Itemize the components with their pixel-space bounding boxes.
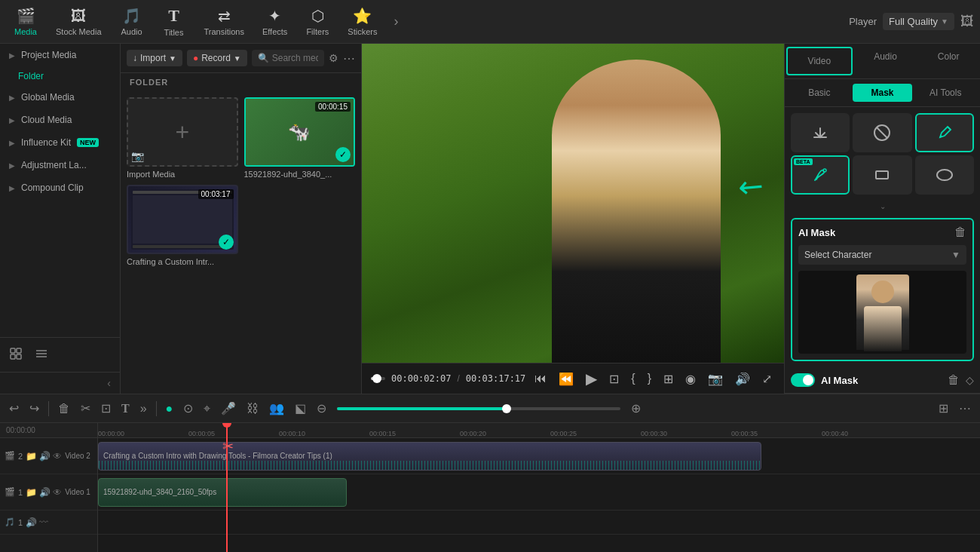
mic-btn[interactable]: 🎤 (218, 400, 239, 417)
speed-btn[interactable]: ⊖ (314, 400, 329, 417)
track-type-icon-2: 🎬 (5, 451, 15, 461)
text-btn[interactable]: T (118, 400, 133, 417)
redo-btn[interactable]: ↪ (26, 400, 42, 417)
audio-ctrl-btn[interactable]: 🔊 (732, 370, 753, 388)
sidebar-folder[interactable]: Folder (0, 66, 120, 86)
media-clip-2[interactable]: 00:03:17 ✓ Crafting a Custom Intr... (127, 185, 238, 266)
progress-bar[interactable] (371, 377, 385, 380)
toolbar-more[interactable]: › (387, 14, 404, 29)
tab-video[interactable]: Video (786, 47, 853, 75)
delete-ai-mask-btn[interactable]: 🗑 (954, 225, 966, 239)
sidebar-collapse-btn[interactable]: ‹ (101, 374, 117, 392)
more-icon[interactable]: ⋯ (343, 51, 355, 66)
track-folder-icon[interactable]: 📁 (26, 451, 37, 462)
zoom-in-btn[interactable]: ⊕ (628, 400, 644, 417)
prev-frame-btn[interactable]: ⏮ (531, 370, 550, 387)
search-box[interactable]: 🔍 (252, 50, 324, 66)
pip-btn[interactable]: ⬕ (292, 400, 309, 417)
track-audio-wave-icon[interactable]: 〰 (39, 517, 48, 528)
tab-color[interactable]: Color (917, 44, 980, 78)
play-btn[interactable]: ▶ (583, 368, 600, 389)
toolbar-stickers[interactable]: ⭐ Stickers (340, 4, 384, 39)
import-button[interactable]: ↓ Import ▼ (127, 50, 182, 66)
timeline-tracks[interactable]: 00:00:00 00:00:05 00:00:10 00:00:15 00:0… (98, 423, 980, 552)
track-audio-icon[interactable]: 🔊 (39, 451, 51, 462)
clip1-thumb[interactable]: 00:00:15 🐄 ✓ (244, 97, 356, 167)
step-back-btn[interactable]: ⏪ (556, 370, 577, 388)
toolbar-audio[interactable]: 🎵 Audio (112, 4, 152, 39)
sidebar-item-adjustment[interactable]: ▶ Adjustment La... (0, 154, 120, 176)
toolbar-titles[interactable]: T Titles (155, 3, 194, 40)
subtab-basic[interactable]: Basic (789, 84, 850, 102)
delete-btn[interactable]: 🗑 (55, 400, 73, 417)
toolbar-effects[interactable]: ✦ Effects (255, 4, 295, 39)
collab-btn[interactable]: 👥 (266, 400, 287, 417)
camera-ctrl-btn[interactable]: 📷 (705, 370, 726, 388)
fit-view-btn[interactable]: ⊡ (606, 370, 622, 388)
sidebar-add-btn[interactable] (5, 342, 27, 367)
mask-icon-linear[interactable] (791, 113, 850, 152)
toolbar-filters[interactable]: ⬡ Filters (298, 4, 337, 39)
fullscreen-btn[interactable]: ⤢ (759, 370, 775, 388)
duration-1: 00:00:15 (315, 102, 351, 112)
mask-icon-draw[interactable]: BETA (791, 155, 850, 195)
track-audio-icon-1[interactable]: 🔊 (39, 487, 51, 498)
crop-btn[interactable]: ⊡ (98, 400, 114, 417)
mask-icon-ellipse[interactable] (915, 155, 974, 195)
video2-clip[interactable]: Crafting a Custom Intro with Drawing Too… (98, 442, 761, 471)
ai-mask-toggle[interactable] (791, 373, 815, 387)
import-media-thumb[interactable]: + 📷 (127, 97, 238, 167)
ai-mask-toggle-label: AI Mask (821, 375, 942, 386)
clip2-thumb[interactable]: 00:03:17 ✓ (127, 185, 238, 254)
sidebar-item-global-media[interactable]: ▶ Global Media (0, 86, 120, 109)
subtab-ai-tools[interactable]: AI Tools (915, 84, 975, 102)
undo-btn[interactable]: ↩ (6, 400, 22, 417)
progress-thumb[interactable] (372, 374, 381, 383)
sidebar-item-cloud-media[interactable]: ▶ Cloud Media (0, 109, 120, 131)
track-eye-icon-1[interactable]: 👁 (53, 487, 62, 498)
tab-audio[interactable]: Audio (854, 44, 917, 78)
toolbar-stock-media[interactable]: 🖼 Stock Media (48, 5, 109, 39)
track-folder-icon-1[interactable]: 📁 (26, 487, 37, 498)
sidebar-item-compound-clip[interactable]: ▶ Compound Clip (0, 176, 120, 199)
subtab-mask[interactable]: Mask (853, 84, 913, 102)
media-clip-1[interactable]: 00:00:15 🐄 ✓ 15921892-uhd_3840_... (244, 97, 356, 179)
mask-icon-pen[interactable] (915, 113, 974, 152)
connect-btn[interactable]: ⛓ (243, 400, 262, 417)
mask-icon-slash[interactable] (853, 113, 911, 152)
search-input[interactable] (272, 53, 318, 63)
snapshot-btn[interactable]: ◉ (682, 370, 699, 388)
video1-clip[interactable]: 15921892-uhd_3840_2160_50fps (98, 478, 347, 507)
mark-in-btn[interactable]: { (628, 370, 638, 387)
titles-icon: T (168, 6, 179, 26)
toolbar-media[interactable]: 🎬 Media (6, 4, 45, 39)
import-media-item[interactable]: + 📷 Import Media (127, 97, 238, 179)
more-ctrl-btn[interactable]: ⊞ (660, 370, 676, 388)
preview-controls: 00:00:02:07 / 00:03:17:17 ⏮ ⏪ ▶ ⊡ { } ⊞ … (362, 363, 784, 394)
mask-icon-rect[interactable] (853, 155, 911, 195)
delete-icon[interactable]: 🗑 (948, 373, 960, 387)
snap-btn[interactable]: ⊙ (180, 400, 196, 417)
layout-btn[interactable]: ⊞ (936, 400, 951, 417)
sidebar-item-project-media[interactable]: ▶ Project Media (0, 44, 120, 66)
filter-icon[interactable]: ⚙ (329, 52, 338, 64)
media-icon: 🎬 (17, 7, 35, 25)
select-character-dropdown[interactable]: Select Character ▼ (798, 245, 966, 265)
sidebar-item-influence-kit[interactable]: ▶ Influence Kit NEW (0, 131, 120, 154)
ripple-btn[interactable]: ● (163, 400, 176, 417)
quality-select[interactable]: Full Quality ▼ (883, 13, 954, 30)
record-button[interactable]: ● Record ▼ (187, 50, 247, 66)
mark-out-btn[interactable]: } (645, 370, 654, 387)
zoom-slider[interactable] (337, 407, 620, 410)
sidebar-list-btn[interactable] (30, 342, 53, 367)
photo-mode-icon[interactable]: 🖼 (960, 14, 974, 29)
scissors-icon: ✂ (222, 438, 234, 455)
toolbar-transitions[interactable]: ⇄ Transitions (197, 4, 252, 39)
track-eye-icon[interactable]: 👁 (53, 451, 62, 462)
keyframe-diamond-icon[interactable]: ◇ (966, 374, 974, 386)
cut-btn[interactable]: ✂ (78, 400, 93, 417)
more-edit-btn[interactable]: » (137, 400, 150, 417)
anchor-btn[interactable]: ⌖ (201, 400, 213, 417)
track-audio-mute-icon[interactable]: 🔊 (26, 517, 37, 528)
settings-btn[interactable]: ⋯ (956, 400, 974, 417)
